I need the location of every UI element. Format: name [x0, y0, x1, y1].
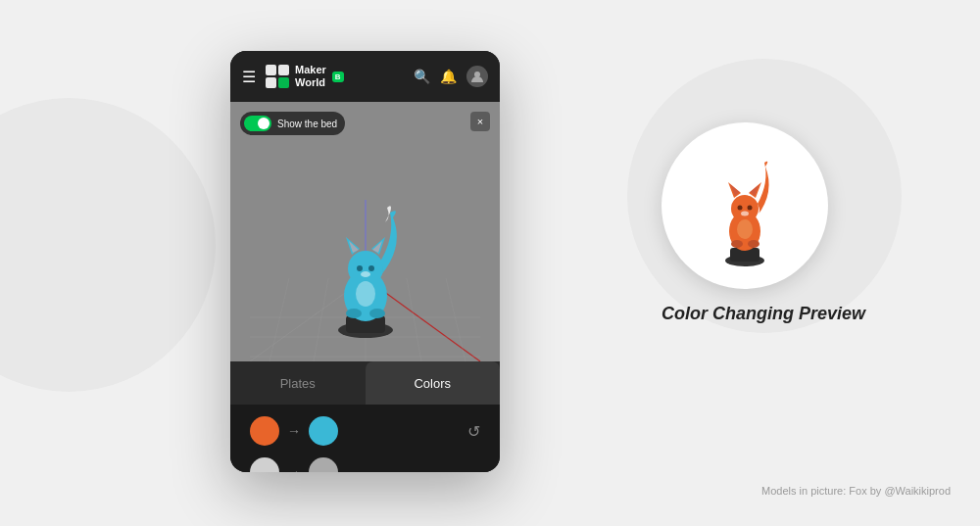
fox-cyan-model — [317, 188, 415, 344]
avatar[interactable] — [466, 66, 488, 87]
preview-section: Color Changing Preview — [662, 122, 828, 289]
svg-line-16 — [446, 278, 466, 361]
svg-point-43 — [748, 240, 760, 248]
svg-point-28 — [346, 309, 362, 318]
arrow-icon-2: → — [287, 464, 301, 472]
svg-rect-1 — [278, 65, 289, 75]
color-from-1[interactable] — [250, 416, 279, 446]
svg-line-13 — [270, 278, 289, 361]
svg-point-34 — [731, 195, 759, 222]
color-row-2: → — [250, 457, 480, 472]
svg-point-26 — [368, 265, 374, 271]
svg-point-20 — [348, 251, 383, 286]
logo-badge: B — [332, 72, 344, 82]
toggle-knob — [258, 118, 270, 129]
bg-blob-left — [0, 98, 216, 392]
logo-icon — [264, 63, 291, 90]
tab-colors[interactable]: Colors — [366, 361, 501, 405]
toggle-switch[interactable] — [244, 116, 271, 131]
app-window: ☰ Maker World B 🔍 🔔 — [230, 51, 500, 472]
fox-orange-preview — [709, 145, 782, 267]
svg-point-44 — [737, 219, 753, 239]
top-bar: ☰ Maker World B 🔍 🔔 — [230, 51, 500, 102]
svg-rect-3 — [278, 77, 289, 88]
color-to-1[interactable] — [309, 416, 338, 446]
logo-text: Maker World — [295, 64, 326, 89]
svg-point-39 — [737, 205, 742, 210]
svg-point-42 — [731, 240, 743, 248]
svg-point-40 — [747, 205, 752, 210]
colors-section: → ↺ → → — [230, 405, 500, 472]
refresh-icon[interactable]: ↺ — [467, 422, 480, 441]
svg-rect-2 — [266, 77, 276, 88]
svg-point-29 — [369, 309, 385, 318]
bell-icon[interactable]: 🔔 — [440, 69, 457, 84]
top-icons: 🔍 🔔 — [414, 66, 488, 87]
viewport: Show the bed × — [230, 102, 500, 361]
hamburger-icon[interactable]: ☰ — [242, 68, 256, 86]
attribution: Models in picture: Fox by @Waikikiprod — [761, 485, 951, 497]
bed-toggle-label: Show the bed — [277, 119, 337, 129]
preview-label: Color Changing Preview — [662, 304, 828, 324]
svg-point-25 — [357, 265, 363, 271]
svg-point-30 — [356, 281, 375, 307]
svg-rect-0 — [266, 65, 276, 75]
color-from-2[interactable] — [250, 457, 279, 472]
svg-point-27 — [361, 271, 370, 277]
color-row-1: → ↺ — [250, 416, 480, 446]
close-button[interactable]: × — [470, 112, 490, 131]
logo-area: Maker World B — [264, 63, 406, 90]
tabs-bar: Plates Colors — [230, 361, 500, 405]
arrow-icon-1: → — [287, 423, 301, 439]
bed-toggle[interactable]: Show the bed — [240, 112, 345, 135]
color-to-2[interactable] — [309, 457, 338, 472]
preview-circle — [662, 122, 828, 289]
search-icon[interactable]: 🔍 — [414, 69, 430, 84]
tab-plates[interactable]: Plates — [230, 361, 366, 405]
svg-point-41 — [741, 211, 749, 215]
